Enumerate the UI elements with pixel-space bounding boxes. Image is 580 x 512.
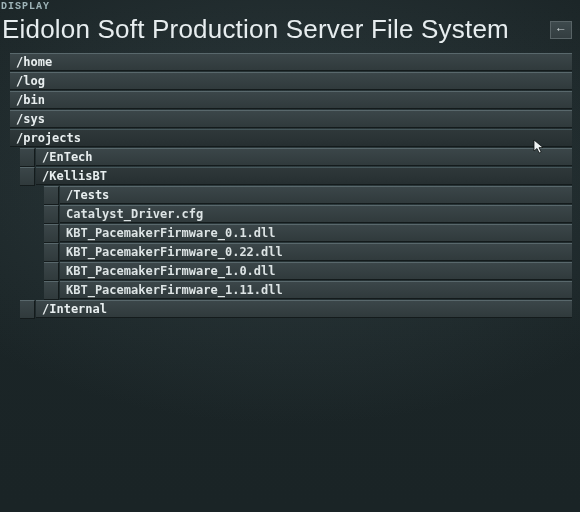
- folder-label: /Internal: [36, 302, 107, 316]
- tree-branch-stub: [44, 243, 59, 262]
- folder-row[interactable]: /EnTech: [36, 148, 572, 166]
- file-tree: /home/log/bin/sys/projects/EnTech/Kellis…: [0, 49, 578, 318]
- folder-row[interactable]: /Tests: [60, 186, 572, 204]
- file-label: KBT_PacemakerFirmware_1.11.dll: [60, 283, 283, 297]
- folder-label: /sys: [10, 112, 45, 126]
- folder-row[interactable]: /bin: [10, 91, 572, 109]
- page-title: Eidolon Soft Production Server File Syst…: [2, 14, 550, 45]
- folder-label: /home: [10, 55, 52, 69]
- file-label: KBT_PacemakerFirmware_0.1.dll: [60, 226, 276, 240]
- tree-branch-stub: [44, 281, 59, 300]
- back-button[interactable]: ←: [550, 21, 572, 39]
- folder-label: /Tests: [60, 188, 109, 202]
- file-label: KBT_PacemakerFirmware_0.22.dll: [60, 245, 283, 259]
- display-label: DISPLAY: [1, 1, 50, 12]
- folder-label: /KellisBT: [36, 169, 107, 183]
- tree-branch-stub: [20, 300, 35, 319]
- folder-label: /EnTech: [36, 150, 93, 164]
- file-row[interactable]: KBT_PacemakerFirmware_0.22.dll: [60, 243, 572, 261]
- folder-row[interactable]: /projects: [10, 129, 572, 147]
- folder-row[interactable]: /KellisBT: [36, 167, 572, 185]
- file-label: KBT_PacemakerFirmware_1.0.dll: [60, 264, 276, 278]
- folder-label: /log: [10, 74, 45, 88]
- file-row[interactable]: KBT_PacemakerFirmware_1.0.dll: [60, 262, 572, 280]
- tree-branch-stub: [44, 205, 59, 224]
- folder-row[interactable]: /Internal: [36, 300, 572, 318]
- tree-branch-stub: [44, 224, 59, 243]
- file-row[interactable]: KBT_PacemakerFirmware_0.1.dll: [60, 224, 572, 242]
- tree-branch-stub: [44, 262, 59, 281]
- window-header: Eidolon Soft Production Server File Syst…: [0, 14, 578, 49]
- folder-row[interactable]: /home: [10, 53, 572, 71]
- tree-branch-stub: [20, 167, 35, 186]
- folder-row[interactable]: /sys: [10, 110, 572, 128]
- back-arrow-icon: ←: [555, 22, 567, 36]
- folder-row[interactable]: /log: [10, 72, 572, 90]
- file-row[interactable]: KBT_PacemakerFirmware_1.11.dll: [60, 281, 572, 299]
- tree-branch-stub: [20, 148, 35, 167]
- folder-label: /bin: [10, 93, 45, 107]
- folder-label: /projects: [10, 131, 81, 145]
- tree-branch-stub: [44, 186, 59, 205]
- file-label: Catalyst_Driver.cfg: [60, 207, 203, 221]
- file-row[interactable]: Catalyst_Driver.cfg: [60, 205, 572, 223]
- file-system-window: Eidolon Soft Production Server File Syst…: [0, 14, 578, 510]
